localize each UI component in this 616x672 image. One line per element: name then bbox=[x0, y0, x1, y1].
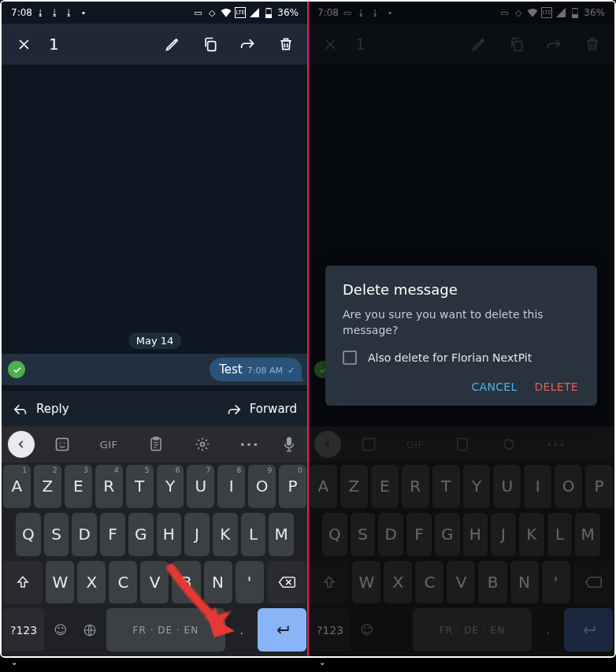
close-button[interactable] bbox=[6, 27, 41, 61]
key-u[interactable]: U7 bbox=[187, 465, 214, 508]
mic-button[interactable] bbox=[273, 426, 305, 462]
message-time: 7:08 AM bbox=[247, 366, 283, 376]
gif-button[interactable]: GIF bbox=[86, 426, 131, 462]
key-i[interactable]: I8 bbox=[217, 465, 245, 508]
svg-point-6 bbox=[63, 443, 65, 444]
reply-icon bbox=[13, 403, 28, 415]
svg-rect-4 bbox=[56, 439, 68, 451]
key-s[interactable]: S bbox=[44, 513, 69, 556]
key-symbols[interactable]: ?123 bbox=[3, 608, 44, 652]
signal-icon bbox=[249, 7, 260, 18]
key-w[interactable]: W bbox=[46, 561, 74, 604]
also-delete-row[interactable]: Also delete for Florian NextPit bbox=[343, 351, 580, 365]
selected-check-icon[interactable] bbox=[8, 361, 25, 378]
svg-rect-3 bbox=[208, 42, 216, 51]
key-k[interactable]: K bbox=[213, 513, 238, 556]
copy-button[interactable] bbox=[193, 27, 228, 61]
keyboard-toolbar: GIF ••• bbox=[2, 426, 308, 462]
message-row[interactable]: Test 7:08 AM ✓ bbox=[2, 354, 308, 385]
selection-count: 1 bbox=[49, 35, 59, 54]
pane-divider bbox=[307, 2, 309, 656]
chat-area: May 14 Test 7:08 AM ✓ bbox=[2, 65, 308, 390]
key-f[interactable]: F bbox=[100, 513, 125, 556]
key-c[interactable]: C bbox=[109, 561, 137, 604]
cancel-button[interactable]: CANCEL bbox=[471, 381, 517, 393]
message-text: Test bbox=[219, 362, 243, 377]
key-a[interactable]: A1 bbox=[3, 465, 31, 508]
key-shift[interactable] bbox=[3, 561, 43, 604]
down-icon: ⭳ bbox=[35, 7, 46, 18]
key-b[interactable]: B bbox=[172, 561, 200, 604]
key-row-2: Q S D F G H J K L M bbox=[2, 510, 308, 559]
dialog-body: Are you sure you want to delete this mes… bbox=[343, 307, 580, 338]
left-pane: 7:08 ⭳ ⭳ ⭳ • ▭ ◇ LTE 36% 1 bbox=[2, 2, 308, 656]
sent-check-icon: ✓ bbox=[288, 365, 295, 376]
key-q[interactable]: Q bbox=[16, 513, 41, 556]
battery-percent: 36% bbox=[277, 7, 299, 18]
svg-rect-2 bbox=[267, 8, 270, 9]
vibrate-icon: ◇ bbox=[206, 7, 217, 18]
key-y[interactable]: Y6 bbox=[157, 465, 184, 508]
key-language[interactable] bbox=[76, 608, 102, 652]
key-space[interactable]: FR · DE · EN bbox=[106, 608, 226, 652]
key-n[interactable]: N bbox=[204, 561, 232, 604]
forward-action-button[interactable]: Forward bbox=[226, 402, 297, 416]
message-bubble[interactable]: Test 7:08 AM ✓ bbox=[210, 358, 302, 381]
clipboard-button[interactable] bbox=[133, 426, 178, 462]
key-h[interactable]: H bbox=[157, 513, 182, 556]
forward-icon bbox=[226, 403, 242, 415]
also-delete-label: Also delete for Florian NextPit bbox=[368, 351, 532, 364]
selection-action-bar: 1 bbox=[2, 24, 308, 65]
sticker-button[interactable] bbox=[39, 426, 84, 462]
dot-icon: • bbox=[78, 7, 89, 18]
key-e[interactable]: E3 bbox=[65, 465, 92, 508]
key-row-3: W X C V B N ' bbox=[2, 559, 308, 607]
svg-point-9 bbox=[200, 443, 204, 447]
lte-icon: ▭ bbox=[192, 7, 203, 18]
key-j[interactable]: J bbox=[184, 513, 210, 556]
nav-hint: ⌄ ⌄ bbox=[0, 658, 616, 672]
key-x[interactable]: X bbox=[77, 561, 106, 604]
key-emoji[interactable]: ☺ bbox=[47, 608, 73, 652]
key-z[interactable]: Z2 bbox=[34, 465, 61, 508]
forward-label: Forward bbox=[250, 402, 297, 416]
reply-forward-bar: Reply Forward bbox=[2, 390, 308, 426]
forward-button[interactable] bbox=[231, 27, 265, 61]
date-pill: May 14 bbox=[128, 332, 182, 349]
keyboard-collapse-button[interactable] bbox=[8, 431, 35, 458]
down-icon: ⭳ bbox=[64, 7, 75, 18]
key-g[interactable]: G bbox=[128, 513, 154, 556]
key-o[interactable]: O9 bbox=[248, 465, 276, 508]
key-l[interactable]: L bbox=[241, 513, 266, 556]
key-p[interactable]: P0 bbox=[279, 465, 306, 508]
edit-button[interactable] bbox=[155, 27, 190, 61]
wifi-icon bbox=[221, 7, 232, 18]
settings-button[interactable] bbox=[180, 426, 225, 462]
nav-chevron-icon: ⌄ bbox=[319, 658, 325, 672]
svg-point-5 bbox=[59, 443, 61, 444]
battery-icon bbox=[263, 7, 274, 18]
svg-rect-1 bbox=[265, 14, 272, 18]
key-v[interactable]: V bbox=[140, 561, 169, 604]
key-apostrophe[interactable]: ' bbox=[236, 561, 264, 604]
key-t[interactable]: T5 bbox=[126, 465, 154, 508]
key-backspace[interactable] bbox=[267, 561, 306, 604]
right-pane: 7:08 ▭ ⭳ ⭳ • ▭ ◇ LTE 36% 1 bbox=[308, 2, 614, 656]
delete-dialog: Delete message Are you sure you want to … bbox=[325, 265, 597, 406]
reply-button[interactable]: Reply bbox=[13, 402, 69, 416]
key-d[interactable]: D bbox=[72, 513, 97, 556]
more-button[interactable]: ••• bbox=[227, 426, 272, 462]
key-r[interactable]: R4 bbox=[95, 465, 123, 508]
keyboard: GIF ••• A1 Z2 E3 R4 T5 Y6 U7 I8 O9 P0 Q … bbox=[2, 426, 308, 656]
down-icon: ⭳ bbox=[50, 7, 61, 18]
key-row-4: ?123 ☺ FR · DE · EN . bbox=[2, 606, 308, 656]
svg-rect-10 bbox=[287, 437, 291, 446]
key-enter[interactable] bbox=[258, 608, 306, 652]
delete-button[interactable] bbox=[269, 27, 303, 61]
checkbox-icon[interactable] bbox=[343, 351, 357, 365]
key-m[interactable]: M bbox=[269, 513, 294, 556]
reply-label: Reply bbox=[36, 402, 69, 416]
key-period[interactable]: . bbox=[228, 608, 254, 652]
confirm-delete-button[interactable]: DELETE bbox=[535, 381, 578, 393]
key-row-1: A1 Z2 E3 R4 T5 Y6 U7 I8 O9 P0 bbox=[2, 462, 308, 510]
